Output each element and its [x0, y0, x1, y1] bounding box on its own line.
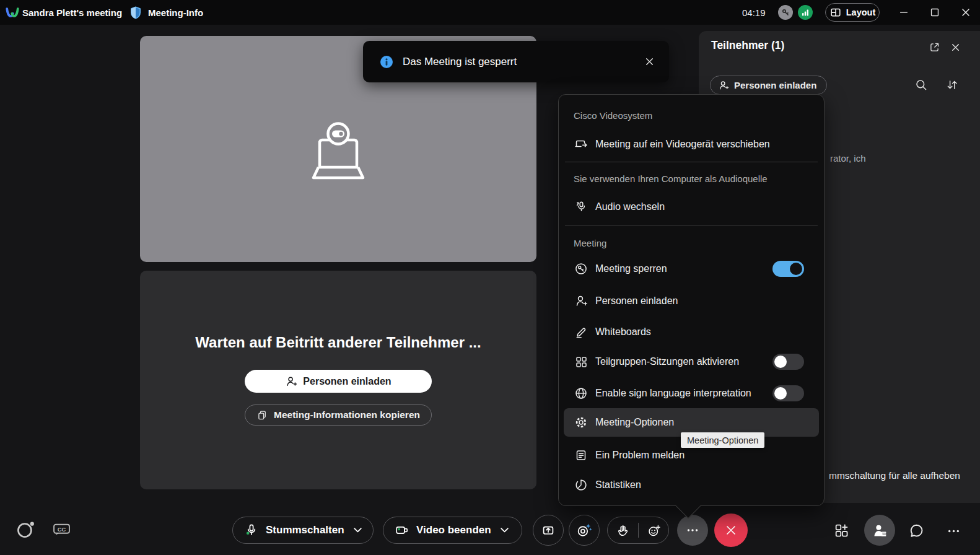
chevron-down-icon[interactable]: [354, 528, 362, 533]
waiting-card: Warten auf Beitritt anderer Teilnehmer .…: [140, 271, 536, 489]
chat-button[interactable]: [908, 522, 925, 539]
smile-plus-icon: [647, 523, 661, 538]
meeting-options-tooltip: Meeting-Optionen: [681, 432, 764, 448]
toast-message: Das Meeting ist gesperrt: [403, 56, 517, 68]
meeting-timer: 04:19: [742, 0, 766, 25]
menu-section-meeting: Meeting: [574, 234, 809, 251]
person-plus-icon: [718, 80, 729, 91]
invite-people-button[interactable]: Personen einladen: [245, 370, 432, 393]
key-icon: [780, 7, 791, 18]
more-panels-button[interactable]: [946, 523, 961, 539]
more-options-button[interactable]: [677, 515, 708, 546]
participants-icon: [872, 522, 888, 539]
connection-quality-indicator[interactable]: [798, 5, 813, 20]
meeting-title: Sandra Plett's meeting: [22, 0, 122, 25]
minimize-icon: [898, 6, 910, 19]
apps-button[interactable]: [833, 522, 850, 539]
lock-key-icon: [574, 262, 588, 276]
mute-button[interactable]: Stummschalten: [232, 517, 374, 544]
circle-dot-icon: [16, 520, 35, 539]
camera-placeholder-icon: [301, 115, 375, 183]
menu-divider: [565, 162, 818, 162]
video-device-icon: [574, 138, 588, 151]
toolbar-divider: [638, 523, 639, 538]
globe-icon: [574, 387, 588, 400]
closed-captions-button[interactable]: CC: [53, 522, 71, 536]
camera-icon: [395, 523, 409, 538]
menu-item-whiteboards[interactable]: Whiteboards: [559, 318, 824, 346]
sort-icon: [945, 78, 959, 92]
audio-switch-icon: [574, 200, 588, 214]
raise-hand-button[interactable]: [616, 523, 630, 538]
participants-search-button[interactable]: [914, 78, 928, 92]
panel-popout-button[interactable]: [927, 40, 942, 55]
titlebar: Sandra Plett's meeting Meeting-Info 04:1…: [0, 0, 980, 25]
unmute-all-button-fragment[interactable]: mmschaltung für alle aufheben: [829, 470, 960, 481]
sign-language-toggle[interactable]: [772, 385, 804, 401]
menu-item-invite-people[interactable]: Personen einladen: [559, 287, 824, 315]
menu-item-statistics[interactable]: Statistiken: [559, 471, 824, 499]
share-icon: [541, 523, 556, 538]
signal-bars-icon: [800, 7, 811, 18]
reactions-button[interactable]: [647, 523, 661, 538]
menu-section-audio-source: Sie verwenden Ihren Computer als Audioqu…: [574, 170, 809, 187]
self-view-circle-button[interactable]: [16, 520, 35, 539]
leave-meeting-button[interactable]: [714, 513, 748, 547]
menu-section-videosystem: Cisco Videosystem: [574, 107, 809, 124]
search-icon: [914, 78, 928, 92]
copy-meeting-info-button[interactable]: Meeting-Informationen kopieren: [245, 404, 432, 426]
copy-meeting-info-label: Meeting-Informationen kopieren: [274, 409, 420, 421]
chevron-down-icon[interactable]: [501, 528, 509, 533]
close-icon: [960, 6, 972, 19]
layout-label: Layout: [846, 7, 876, 17]
apps-plus-icon: [833, 522, 850, 539]
mute-label: Stummschalten: [266, 524, 344, 536]
popout-icon: [929, 42, 940, 53]
svg-text:CC: CC: [58, 527, 66, 533]
chat-bubble-icon: [908, 522, 925, 539]
toast-close-button[interactable]: [641, 53, 658, 71]
share-screen-button[interactable]: [533, 515, 564, 546]
close-window-button[interactable]: [952, 0, 980, 25]
record-sparkle-icon: [577, 523, 592, 538]
ellipsis-icon: [685, 523, 700, 538]
participants-panel-title: Teilnehmer (1): [711, 39, 784, 52]
person-plus-icon: [285, 375, 297, 388]
statistics-icon: [574, 478, 588, 492]
maximize-button[interactable]: [921, 0, 949, 25]
participant-row-fragment[interactable]: rator, ich: [830, 153, 866, 164]
stop-video-label: Video beenden: [416, 524, 491, 536]
cc-icon: CC: [53, 522, 71, 536]
shield-icon: [129, 6, 142, 19]
copy-icon: [256, 409, 268, 421]
panel-invite-button[interactable]: Personen einladen: [710, 76, 827, 95]
meeting-locked-indicator[interactable]: [778, 5, 793, 20]
call-toolbar: CC Stummschalten Video beenden: [0, 508, 980, 555]
menu-item-sign-language[interactable]: Enable sign language interpretation: [559, 380, 824, 407]
meeting-info-button[interactable]: Meeting-Info: [129, 0, 203, 25]
participants-button[interactable]: [864, 515, 895, 546]
minimize-button[interactable]: [890, 0, 918, 25]
layout-grid-icon: [829, 6, 842, 19]
info-icon: [379, 55, 394, 69]
panel-close-button[interactable]: [948, 40, 963, 55]
waiting-text: Warten auf Beitritt anderer Teilnehmer .…: [140, 334, 536, 351]
menu-item-lock-meeting[interactable]: Meeting sperren: [559, 255, 824, 282]
invite-people-label: Personen einladen: [303, 376, 391, 387]
menu-item-switch-audio[interactable]: Audio wechseln: [559, 193, 824, 221]
menu-divider: [565, 225, 818, 225]
ellipsis-icon: [946, 523, 961, 539]
menu-item-breakout-sessions[interactable]: Teilgruppen-Sitzungen aktivieren: [559, 348, 824, 375]
menu-item-move-meeting[interactable]: Meeting auf ein Videogerät verschieben: [559, 131, 824, 158]
record-button[interactable]: [569, 515, 600, 546]
participants-sort-button[interactable]: [945, 78, 959, 92]
maximize-icon: [929, 6, 941, 19]
breakout-toggle[interactable]: [772, 354, 804, 370]
person-plus-icon: [574, 294, 588, 308]
gear-icon: [574, 416, 588, 429]
close-icon: [724, 523, 738, 538]
close-icon: [644, 56, 655, 68]
lock-meeting-toggle[interactable]: [772, 261, 804, 277]
layout-button[interactable]: Layout: [825, 3, 880, 22]
stop-video-button[interactable]: Video beenden: [383, 517, 522, 544]
